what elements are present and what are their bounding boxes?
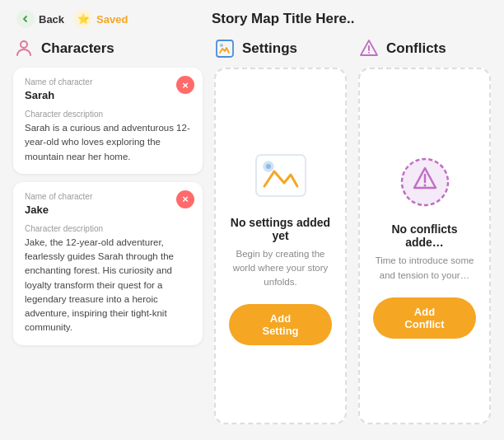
svg-point-5 xyxy=(266,164,271,169)
conflicts-empty-title: No conflicts adde… xyxy=(373,222,476,249)
character-2-name-label: Name of character xyxy=(25,192,191,201)
settings-empty-card: No settings added yet Begin by creating … xyxy=(214,68,347,424)
svg-rect-3 xyxy=(256,155,306,196)
character-2-name-value: Jake xyxy=(25,204,191,216)
back-icon xyxy=(16,10,35,28)
characters-column: Characters × Name of character Sarah Cha… xyxy=(13,38,203,424)
svg-point-2 xyxy=(220,44,223,47)
settings-icon xyxy=(214,38,236,59)
character-card-2: × Name of character Jake Character descr… xyxy=(13,182,203,345)
header: Back ⭐ Saved Story Map Title Here.. xyxy=(0,0,504,38)
conflicts-empty-icon xyxy=(396,153,454,211)
character-1-desc-label: Character description xyxy=(25,110,191,119)
add-setting-button[interactable]: Add Setting xyxy=(229,304,332,345)
settings-column: Settings No settings added yet Begin by … xyxy=(214,38,347,424)
settings-column-header: Settings xyxy=(214,38,347,59)
settings-empty-subtitle: Begin by creating the world where your s… xyxy=(229,247,332,290)
app-container: Back ⭐ Saved Story Map Title Here.. Char… xyxy=(0,0,504,440)
svg-point-0 xyxy=(21,41,27,48)
character-2-desc-value: Jake, the 12-year-old adventurer, fearle… xyxy=(25,236,191,335)
back-button[interactable]: Back xyxy=(16,10,64,28)
settings-empty-icon xyxy=(252,147,310,204)
conflicts-empty-subtitle: Time to introduce some and tension to yo… xyxy=(373,254,476,283)
add-conflict-button[interactable]: Add Conflict xyxy=(373,297,476,339)
svg-point-8 xyxy=(368,52,370,54)
character-2-close-button[interactable]: × xyxy=(176,190,194,208)
characters-column-header: Characters xyxy=(13,38,203,59)
main-content: Characters × Name of character Sarah Cha… xyxy=(0,38,504,424)
character-2-desc-label: Character description xyxy=(25,224,191,233)
page-title: Story Map Title Here.. xyxy=(78,11,488,27)
back-label: Back xyxy=(39,13,64,26)
character-1-close-button[interactable]: × xyxy=(176,76,194,94)
character-1-name-label: Name of character xyxy=(25,77,191,87)
conflicts-title: Conflicts xyxy=(386,40,446,57)
characters-title: Characters xyxy=(41,40,114,57)
svg-rect-1 xyxy=(217,40,233,57)
settings-title: Settings xyxy=(242,40,297,57)
settings-empty-title: No settings added yet xyxy=(229,216,332,242)
character-card-1: × Name of character Sarah Character desc… xyxy=(13,68,203,174)
conflicts-empty-card: No conflicts adde… Time to introduce som… xyxy=(358,68,491,424)
conflicts-icon xyxy=(358,38,380,59)
conflicts-column: Conflicts No conflicts adde… Time to int… xyxy=(358,38,491,424)
character-1-desc-value: Sarah is a curious and adventurous 12-ye… xyxy=(25,121,191,164)
character-1-name-value: Sarah xyxy=(25,89,191,101)
conflicts-column-header: Conflicts xyxy=(358,38,491,59)
svg-point-12 xyxy=(423,185,426,187)
character-icon xyxy=(13,38,35,59)
